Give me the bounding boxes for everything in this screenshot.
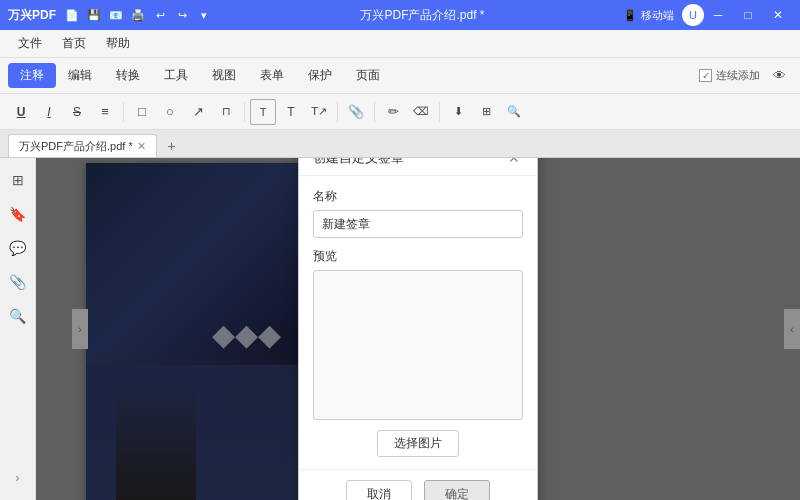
main-toolbar: 注释 编辑 转换 工具 视图 表单 保护 页面 连续添加 👁 bbox=[0, 58, 800, 94]
toolbar-divider-1 bbox=[123, 102, 124, 122]
app-logo: 万兴PDF bbox=[8, 7, 56, 24]
continuous-add-label: 连续添加 bbox=[716, 68, 760, 83]
mobile-toggle[interactable]: 📱 移动端 bbox=[623, 8, 674, 23]
left-sidebar: ⊞ 🔖 💬 📎 🔍 › bbox=[0, 158, 36, 500]
indent-btn[interactable]: ≡ bbox=[92, 99, 118, 125]
name-input[interactable] bbox=[313, 210, 523, 238]
tab-protect[interactable]: 保护 bbox=[296, 63, 344, 88]
toolbar-divider-2 bbox=[244, 102, 245, 122]
sidebar-collapse-arrow[interactable]: › bbox=[4, 464, 32, 492]
window-title: 万兴PDF产品介绍.pdf * bbox=[222, 7, 623, 24]
title-bar-right: 📱 移动端 U bbox=[623, 4, 704, 26]
dialog-overlay: 创建自定义签章 ✕ 名称 预览 选择图片 取消 确定 bbox=[36, 158, 800, 500]
menu-help[interactable]: 帮助 bbox=[96, 33, 140, 54]
toolbar-divider-4 bbox=[374, 102, 375, 122]
toolbar-tabs: 注释 编辑 转换 工具 视图 表单 保护 页面 bbox=[8, 63, 699, 88]
file-tab-label: 万兴PDF产品介绍.pdf * bbox=[19, 139, 133, 154]
eye-button[interactable]: 👁 bbox=[766, 63, 792, 89]
textbox-btn[interactable]: T bbox=[250, 99, 276, 125]
dialog-close-button[interactable]: ✕ bbox=[505, 158, 523, 167]
dialog-footer: 取消 确定 bbox=[299, 469, 537, 500]
select-image-wrapper: 选择图片 bbox=[313, 430, 523, 457]
print-icon[interactable]: 🖨️ bbox=[130, 7, 146, 23]
content-area: ◆◆◆ 10:41 › ‹ 创建自定义签章 ✕ bbox=[36, 158, 800, 500]
dialog-header: 创建自定义签章 ✕ bbox=[299, 158, 537, 176]
continuous-add-option[interactable]: 连续添加 bbox=[699, 68, 760, 83]
user-avatar[interactable]: U bbox=[682, 4, 704, 26]
tab-add-button[interactable]: + bbox=[161, 135, 183, 157]
cancel-button[interactable]: 取消 bbox=[346, 480, 412, 500]
italic-btn[interactable]: I bbox=[36, 99, 62, 125]
window-controls: ─ □ ✕ bbox=[704, 5, 792, 25]
dialog-body: 名称 预览 选择图片 bbox=[299, 176, 537, 469]
tab-annot[interactable]: 注释 bbox=[8, 63, 56, 88]
select-image-button[interactable]: 选择图片 bbox=[377, 430, 459, 457]
mobile-icon: 📱 bbox=[623, 9, 637, 22]
search-icon[interactable]: 🔍 bbox=[4, 302, 32, 330]
email-icon[interactable]: 📧 bbox=[108, 7, 124, 23]
eraser-btn[interactable]: ⌫ bbox=[408, 99, 434, 125]
tab-bar: 万兴PDF产品介绍.pdf * ✕ + bbox=[0, 130, 800, 158]
preview-label: 预览 bbox=[313, 248, 523, 265]
tab-page[interactable]: 页面 bbox=[344, 63, 392, 88]
attachment-btn[interactable]: 📎 bbox=[343, 99, 369, 125]
toolbar-divider-3 bbox=[337, 102, 338, 122]
ellipse-btn[interactable]: ○ bbox=[157, 99, 183, 125]
tab-view[interactable]: 视图 bbox=[200, 63, 248, 88]
maximize-button[interactable]: □ bbox=[734, 5, 762, 25]
bookmark-icon[interactable]: 🔖 bbox=[4, 200, 32, 228]
name-label: 名称 bbox=[313, 188, 523, 205]
pages-icon[interactable]: ⊞ bbox=[4, 166, 32, 194]
dialog-title: 创建自定义签章 bbox=[313, 158, 404, 167]
annot-toolbar: U I S ≡ □ ○ ↗ ⊓ T T T↗ 📎 ✏ ⌫ ⬇ ⊞ 🔍 bbox=[0, 94, 800, 130]
callout-btn[interactable]: T↗ bbox=[306, 99, 332, 125]
ok-button[interactable]: 确定 bbox=[424, 480, 490, 500]
menu-bar: 文件 首页 帮助 bbox=[0, 30, 800, 58]
continuous-add-checkbox[interactable] bbox=[699, 69, 712, 82]
menu-file[interactable]: 文件 bbox=[8, 33, 52, 54]
title-bar-file-icons: 📄 💾 📧 🖨️ ↩ ↪ ▾ bbox=[64, 7, 212, 23]
undo-icon[interactable]: ↩ bbox=[152, 7, 168, 23]
new-file-icon[interactable]: 📄 bbox=[64, 7, 80, 23]
tab-close-icon[interactable]: ✕ bbox=[137, 140, 146, 153]
close-button[interactable]: ✕ bbox=[764, 5, 792, 25]
text-btn[interactable]: T bbox=[278, 99, 304, 125]
main-layout: ⊞ 🔖 💬 📎 🔍 › ◆◆◆ 10:41 › ‹ bbox=[0, 158, 800, 500]
arrow-btn[interactable]: ↗ bbox=[185, 99, 211, 125]
polyline-btn[interactable]: ⊓ bbox=[213, 99, 239, 125]
title-bar: 万兴PDF 📄 💾 📧 🖨️ ↩ ↪ ▾ 万兴PDF产品介绍.pdf * 📱 移… bbox=[0, 0, 800, 30]
file-tab[interactable]: 万兴PDF产品介绍.pdf * ✕ bbox=[8, 134, 157, 157]
toolbar-right: 连续添加 👁 bbox=[699, 63, 792, 89]
tab-edit[interactable]: 编辑 bbox=[56, 63, 104, 88]
redact-btn[interactable]: 🔍 bbox=[501, 99, 527, 125]
pen-btn[interactable]: ✏ bbox=[380, 99, 406, 125]
stamp-btn[interactable]: ⬇ bbox=[445, 99, 471, 125]
minimize-button[interactable]: ─ bbox=[704, 5, 732, 25]
redo-icon[interactable]: ↪ bbox=[174, 7, 190, 23]
save-icon[interactable]: 💾 bbox=[86, 7, 102, 23]
signature-btn[interactable]: ⊞ bbox=[473, 99, 499, 125]
rect-btn[interactable]: □ bbox=[129, 99, 155, 125]
preview-area bbox=[313, 270, 523, 420]
create-signature-dialog: 创建自定义签章 ✕ 名称 预览 选择图片 取消 确定 bbox=[298, 158, 538, 500]
dropdown-icon[interactable]: ▾ bbox=[196, 7, 212, 23]
attachment-icon[interactable]: 📎 bbox=[4, 268, 32, 296]
menu-home[interactable]: 首页 bbox=[52, 33, 96, 54]
comment-icon[interactable]: 💬 bbox=[4, 234, 32, 262]
underline-btn[interactable]: U bbox=[8, 99, 34, 125]
mobile-label: 移动端 bbox=[641, 8, 674, 23]
strikethrough-btn[interactable]: S bbox=[64, 99, 90, 125]
tab-form[interactable]: 表单 bbox=[248, 63, 296, 88]
tab-tools[interactable]: 工具 bbox=[152, 63, 200, 88]
toolbar-divider-5 bbox=[439, 102, 440, 122]
tab-convert[interactable]: 转换 bbox=[104, 63, 152, 88]
